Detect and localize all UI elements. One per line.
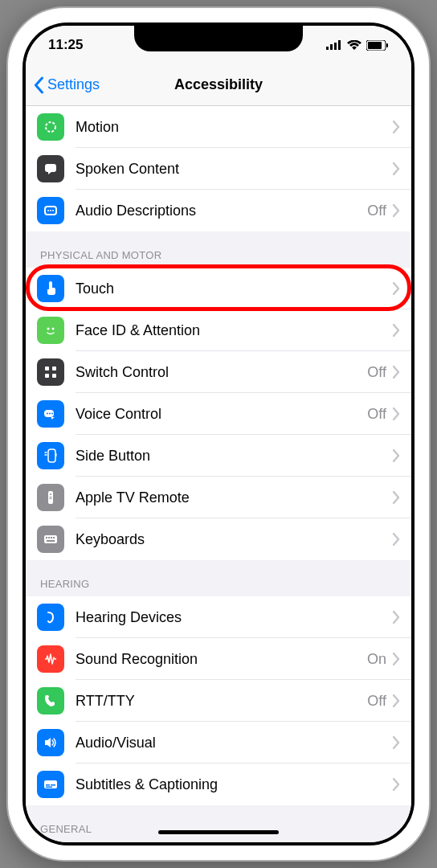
chevron-right-icon xyxy=(393,282,400,295)
settings-row-voice-control[interactable]: Voice ControlOff xyxy=(26,393,411,435)
row-label: Side Button xyxy=(76,448,393,465)
voice-icon xyxy=(37,400,64,428)
svg-rect-31 xyxy=(48,537,50,538)
chevron-right-icon xyxy=(393,366,400,379)
settings-row-spoken-content[interactable]: Spoken Content xyxy=(26,148,411,190)
settings-row-touch[interactable]: Touch xyxy=(26,268,411,309)
cc-icon xyxy=(37,771,64,798)
settings-row-rtt-tty[interactable]: RTT/TTYOff xyxy=(26,680,411,722)
svg-rect-37 xyxy=(51,784,55,786)
settings-row-switch-control[interactable]: Switch ControlOff xyxy=(26,351,411,393)
svg-rect-3 xyxy=(338,40,341,50)
svg-rect-6 xyxy=(386,43,388,47)
screen: 11:25 Settings Accessibility MotionSpoke… xyxy=(26,26,411,842)
svg-rect-16 xyxy=(52,366,56,371)
svg-point-13 xyxy=(47,328,50,330)
row-value: Off xyxy=(367,203,386,219)
settings-row-audio-visual[interactable]: Audio/Visual xyxy=(26,722,411,764)
list-group-top: MotionSpoken ContentAudio DescriptionsOf… xyxy=(26,106,411,231)
svg-rect-30 xyxy=(46,537,47,538)
chevron-right-icon xyxy=(393,162,400,175)
svg-rect-15 xyxy=(45,366,49,371)
svg-point-11 xyxy=(50,210,51,211)
row-label: Keyboards xyxy=(76,531,393,548)
chevron-right-icon xyxy=(393,533,400,546)
back-label: Settings xyxy=(47,76,100,93)
svg-rect-2 xyxy=(334,43,337,50)
svg-rect-27 xyxy=(50,497,52,497)
row-label: RTT/TTY xyxy=(76,693,367,710)
touch-icon xyxy=(37,275,64,302)
content-scroll[interactable]: MotionSpoken ContentAudio DescriptionsOf… xyxy=(26,106,411,842)
svg-point-22 xyxy=(51,413,53,415)
row-label: Subtitles & Captioning xyxy=(76,776,393,793)
row-label: Touch xyxy=(76,280,393,297)
row-label: Face ID & Attention xyxy=(76,322,393,339)
row-label: Apple TV Remote xyxy=(76,489,393,506)
chevron-right-icon xyxy=(393,611,400,624)
svg-rect-5 xyxy=(368,42,382,49)
wave-icon xyxy=(37,645,64,673)
svg-rect-29 xyxy=(44,535,57,543)
phone-frame: 11:25 Settings Accessibility MotionSpoke… xyxy=(8,8,429,860)
row-value: Off xyxy=(367,406,386,423)
audio-icon xyxy=(37,197,64,224)
ear-icon xyxy=(37,604,64,631)
chevron-right-icon xyxy=(393,694,400,707)
settings-row-subtitles-captioning[interactable]: Subtitles & Captioning xyxy=(26,764,411,805)
section-header-general: GENERAL xyxy=(26,805,411,842)
list-group-physical: TouchFace ID & AttentionSwitch ControlOf… xyxy=(26,268,411,560)
svg-rect-1 xyxy=(330,44,333,50)
svg-point-20 xyxy=(47,413,48,415)
svg-point-14 xyxy=(52,328,55,330)
settings-row-motion[interactable]: Motion xyxy=(26,106,411,148)
face-icon xyxy=(37,317,64,344)
svg-point-26 xyxy=(50,493,51,495)
back-button[interactable]: Settings xyxy=(26,76,100,94)
svg-rect-8 xyxy=(45,164,56,172)
speaker-icon xyxy=(37,729,64,756)
section-header-hearing: HEARING xyxy=(26,560,411,596)
svg-rect-38 xyxy=(46,787,52,788)
navigation-bar: Settings Accessibility xyxy=(26,64,411,106)
chevron-right-icon xyxy=(393,324,400,337)
settings-row-apple-tv-remote[interactable]: Apple TV Remote xyxy=(26,477,411,518)
chevron-right-icon xyxy=(393,449,400,462)
side-icon xyxy=(37,442,64,469)
svg-rect-17 xyxy=(45,374,49,378)
chevron-right-icon xyxy=(393,491,400,504)
row-value: On xyxy=(367,651,386,668)
svg-point-12 xyxy=(52,210,54,211)
svg-rect-24 xyxy=(55,453,57,457)
row-label: Audio Descriptions xyxy=(76,203,367,219)
chevron-right-icon xyxy=(393,204,400,217)
settings-row-hearing-devices[interactable]: Hearing Devices xyxy=(26,596,411,638)
status-time: 11:25 xyxy=(48,37,83,53)
page-title: Accessibility xyxy=(174,76,263,93)
svg-rect-0 xyxy=(326,47,329,50)
chevron-right-icon xyxy=(393,778,400,791)
row-value: Off xyxy=(367,693,386,710)
wifi-icon xyxy=(347,40,361,50)
svg-point-10 xyxy=(47,210,49,211)
settings-row-face-id-attention[interactable]: Face ID & Attention xyxy=(26,309,411,351)
svg-rect-28 xyxy=(50,498,52,499)
svg-rect-23 xyxy=(48,449,55,462)
row-label: Voice Control xyxy=(76,406,367,423)
chevron-right-icon xyxy=(393,736,400,749)
speech-icon xyxy=(37,155,64,182)
svg-rect-36 xyxy=(46,784,50,786)
notch xyxy=(134,26,303,51)
chevron-left-icon xyxy=(34,76,44,94)
settings-row-sound-recognition[interactable]: Sound RecognitionOn xyxy=(26,638,411,680)
home-indicator[interactable] xyxy=(158,830,279,834)
remote-icon xyxy=(37,484,64,511)
settings-row-audio-descriptions[interactable]: Audio DescriptionsOff xyxy=(26,190,411,231)
phone-bezel: 11:25 Settings Accessibility MotionSpoke… xyxy=(22,23,415,845)
list-group-hearing: Hearing DevicesSound RecognitionOnRTT/TT… xyxy=(26,596,411,805)
motion-icon xyxy=(37,113,64,141)
switch-icon xyxy=(37,358,64,386)
svg-rect-33 xyxy=(53,537,55,538)
settings-row-keyboards[interactable]: Keyboards xyxy=(26,518,411,560)
settings-row-side-button[interactable]: Side Button xyxy=(26,435,411,477)
